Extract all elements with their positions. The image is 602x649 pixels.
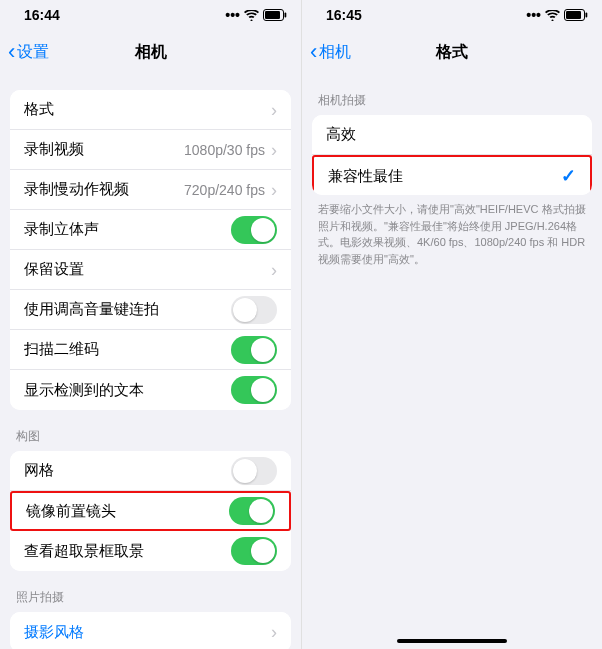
toggle-switch[interactable] (231, 376, 277, 404)
row-value: 720p/240 fps (184, 182, 265, 198)
svg-rect-1 (265, 11, 280, 19)
settings-group-composition: 网格镜像前置镜头查看超取景框取景 (10, 451, 291, 571)
row-label: 录制立体声 (24, 220, 231, 239)
toggle-switch[interactable] (231, 296, 277, 324)
status-bar: 16:45 ••• (302, 0, 602, 30)
svg-rect-4 (566, 11, 581, 19)
row-label: 使用调高音量键连拍 (24, 300, 231, 319)
row-label: 录制慢动作视频 (24, 180, 184, 199)
nav-bar: ‹ 设置 相机 (0, 30, 301, 74)
status-bar: 16:44 ••• (0, 0, 301, 30)
svg-rect-5 (586, 13, 588, 18)
battery-icon (263, 9, 287, 21)
chevron-left-icon: ‹ (310, 41, 317, 63)
dots-icon: ••• (225, 7, 240, 23)
row-label: 查看超取景框取景 (24, 542, 231, 561)
svg-rect-2 (285, 13, 287, 18)
row-value: 1080p/30 fps (184, 142, 265, 158)
chevron-left-icon: ‹ (8, 41, 15, 63)
settings-row[interactable]: 扫描二维码 (10, 330, 291, 370)
settings-group-capture: 高效兼容性最佳✓ (312, 115, 592, 195)
wifi-icon (244, 10, 259, 21)
toggle-switch[interactable] (231, 216, 277, 244)
row-label: 扫描二维码 (24, 340, 231, 359)
footer-text-capture: 若要缩小文件大小，请使用"高效"HEIF/HEVC 格式拍摄照片和视频。"兼容性… (302, 195, 602, 267)
settings-row[interactable]: 保留设置› (10, 250, 291, 290)
chevron-right-icon: › (271, 141, 277, 159)
back-label: 相机 (319, 42, 351, 63)
chevron-right-icon: › (271, 261, 277, 279)
toggle-switch[interactable] (231, 336, 277, 364)
section-header-photo: 照片拍摄 (0, 571, 301, 612)
settings-group-photo: 摄影风格› (10, 612, 291, 649)
settings-row[interactable]: 显示检测到的文本 (10, 370, 291, 410)
toggle-switch[interactable] (229, 497, 275, 525)
row-label: 网格 (24, 461, 231, 480)
chevron-right-icon: › (271, 623, 277, 641)
toggle-switch[interactable] (231, 457, 277, 485)
back-label: 设置 (17, 42, 49, 63)
settings-row[interactable]: 高效 (312, 115, 592, 155)
checkmark-icon: ✓ (561, 165, 576, 187)
settings-group-main: 格式›录制视频1080p/30 fps›录制慢动作视频720p/240 fps›… (10, 90, 291, 410)
back-button[interactable]: ‹ 设置 (8, 41, 49, 63)
dots-icon: ••• (526, 7, 541, 23)
settings-row[interactable]: 使用调高音量键连拍 (10, 290, 291, 330)
chevron-right-icon: › (271, 101, 277, 119)
settings-row[interactable]: 格式› (10, 90, 291, 130)
row-label: 高效 (326, 125, 578, 144)
settings-row[interactable]: 查看超取景框取景 (10, 531, 291, 571)
section-header-capture: 相机拍摄 (302, 74, 602, 115)
chevron-right-icon: › (271, 181, 277, 199)
settings-row[interactable]: 录制立体声 (10, 210, 291, 250)
home-indicator[interactable] (397, 639, 507, 643)
settings-row[interactable]: 兼容性最佳✓ (312, 155, 592, 195)
wifi-icon (545, 10, 560, 21)
row-label: 录制视频 (24, 140, 184, 159)
row-label: 摄影风格 (24, 623, 271, 642)
settings-row[interactable]: 网格 (10, 451, 291, 491)
battery-icon (564, 9, 588, 21)
content-scroll[interactable]: 格式›录制视频1080p/30 fps›录制慢动作视频720p/240 fps›… (0, 74, 301, 649)
status-right: ••• (526, 7, 588, 23)
settings-row[interactable]: 镜像前置镜头 (10, 491, 291, 531)
row-label: 格式 (24, 100, 271, 119)
status-time: 16:44 (24, 7, 60, 23)
camera-settings-screen: 16:44 ••• ‹ 设置 相机 格式›录制视频1080p/30 fps›录制… (0, 0, 301, 649)
row-label: 显示检测到的文本 (24, 381, 231, 400)
nav-bar: ‹ 相机 格式 (302, 30, 602, 74)
row-label: 兼容性最佳 (328, 167, 561, 186)
section-header-composition: 构图 (0, 410, 301, 451)
content-scroll[interactable]: 相机拍摄 高效兼容性最佳✓ 若要缩小文件大小，请使用"高效"HEIF/HEVC … (302, 74, 602, 649)
settings-row[interactable]: 录制慢动作视频720p/240 fps› (10, 170, 291, 210)
formats-screen: 16:45 ••• ‹ 相机 格式 相机拍摄 高效兼容性最佳✓ 若要缩小文件大小… (301, 0, 602, 649)
settings-row[interactable]: 摄影风格› (10, 612, 291, 649)
row-label: 镜像前置镜头 (26, 502, 229, 521)
settings-row[interactable]: 录制视频1080p/30 fps› (10, 130, 291, 170)
status-time: 16:45 (326, 7, 362, 23)
back-button[interactable]: ‹ 相机 (310, 41, 351, 63)
toggle-switch[interactable] (231, 537, 277, 565)
status-right: ••• (225, 7, 287, 23)
row-label: 保留设置 (24, 260, 271, 279)
